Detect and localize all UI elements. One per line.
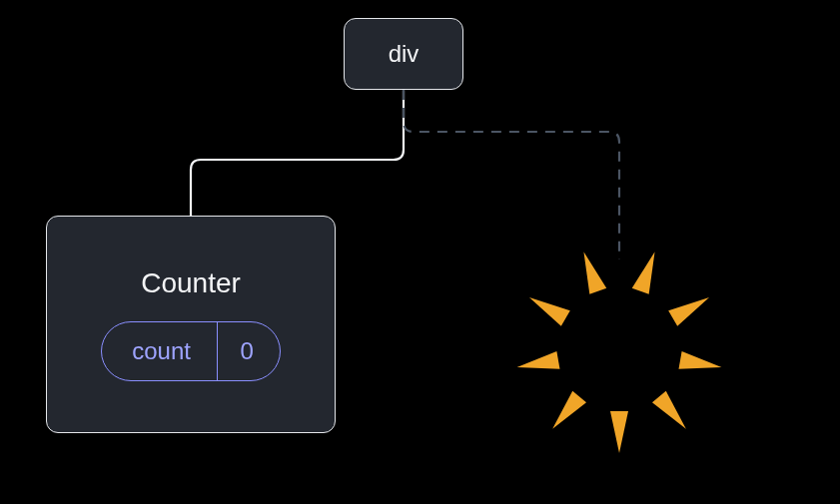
diagram-stage: div Counter count 0 [0, 0, 840, 504]
tree-node-root: div [344, 18, 463, 90]
component-title: Counter [141, 267, 241, 299]
tree-node-root-label: div [389, 40, 420, 68]
state-value: 0 [218, 322, 279, 380]
state-pill: count 0 [101, 321, 281, 381]
burst-icon [489, 220, 749, 479]
tree-node-counter: Counter count 0 [46, 216, 336, 433]
state-name: count [102, 322, 217, 380]
